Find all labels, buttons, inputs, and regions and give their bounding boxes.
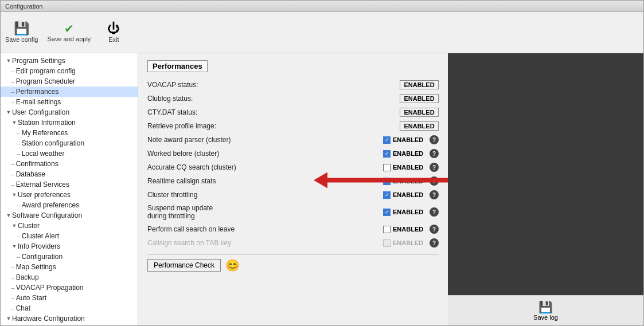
expander-icon: ▼ bbox=[5, 213, 12, 218]
label-cluster-throttling: Cluster throttling bbox=[147, 191, 383, 199]
cty-dat-status-button[interactable]: ENABLED bbox=[400, 108, 439, 117]
smiley-icon: 😊 bbox=[225, 258, 240, 272]
sidebar-item-local-weather[interactable]: -- Local weather bbox=[1, 148, 138, 159]
sidebar-item-database[interactable]: -- Database bbox=[1, 169, 138, 179]
save-log-area[interactable]: 💾 Save log bbox=[448, 295, 643, 325]
help-button-suspend-map[interactable]: ? bbox=[430, 207, 439, 217]
expander-icon: ▼ bbox=[11, 223, 18, 229]
sidebar-item-voacap-propagation[interactable]: -- VOACAP Propagation bbox=[1, 282, 138, 293]
enabled-text-callsign-search-tab: ENABLED bbox=[393, 239, 425, 246]
sidebar-item-station-information[interactable]: ▼ Station Information bbox=[1, 117, 138, 128]
save-apply-button[interactable]: ✔ Save and apply bbox=[47, 23, 91, 42]
row-accurate-cq-search: Accurate CQ search (cluster) ENABLED ? bbox=[147, 163, 439, 172]
save-apply-label: Save and apply bbox=[47, 36, 91, 42]
voacap-status-button[interactable]: ENABLED bbox=[400, 80, 439, 89]
checkbox-callsign-search-tab[interactable] bbox=[383, 239, 391, 247]
red-arrow-indicator bbox=[314, 172, 448, 190]
save-apply-icon: ✔ bbox=[64, 23, 74, 34]
clublog-status-button[interactable]: ENABLED bbox=[400, 94, 439, 103]
sidebar-item-hardware-configuration[interactable]: ▼ Hardware Configuration bbox=[1, 313, 138, 324]
exit-label: Exit bbox=[108, 36, 119, 43]
exit-button[interactable]: ⏻ Exit bbox=[100, 22, 127, 43]
sidebar-item-email-settings[interactable]: -- E-mail settings bbox=[1, 97, 138, 107]
help-button-note-award[interactable]: ? bbox=[430, 135, 439, 144]
bottom-bar: Performance Check 😊 bbox=[147, 254, 439, 276]
retrieve-profile-button[interactable]: ENABLED bbox=[400, 121, 439, 131]
expander-icon: ▼ bbox=[11, 192, 18, 198]
help-button-cluster-throttling[interactable]: ? bbox=[430, 190, 439, 199]
sidebar-item-my-references[interactable]: -- My References bbox=[1, 128, 138, 138]
sidebar-item-external-services[interactable]: -- External Services bbox=[1, 179, 138, 190]
checkbox-enabled-suspend-map: ENABLED ? bbox=[383, 207, 439, 217]
sidebar-item-program-settings[interactable]: ▼ Program Settings bbox=[1, 56, 138, 66]
sidebar-item-configuration[interactable]: -- Configuration bbox=[1, 252, 138, 262]
save-config-icon: 💾 bbox=[14, 22, 29, 35]
label-cty-dat-status: CTY.DAT status: bbox=[147, 108, 400, 116]
main-window: Configuration 💾 Save config ✔ Save and a… bbox=[0, 0, 644, 326]
sidebar-item-cluster[interactable]: ▼ Cluster bbox=[1, 221, 138, 231]
label-clublog-status: Clublog status: bbox=[147, 95, 400, 103]
help-button-perform-call-search[interactable]: ? bbox=[430, 225, 439, 234]
checkbox-suspend-map[interactable] bbox=[383, 209, 391, 216]
label-suspend-map-update: Suspend map updateduring throttling bbox=[147, 204, 383, 220]
checkbox-accurate-cq[interactable] bbox=[383, 164, 391, 171]
sidebar-item-confirmations[interactable]: -- Confirmations bbox=[1, 159, 138, 169]
sidebar-item-edit-program-config[interactable]: -- Edit program config bbox=[1, 66, 138, 76]
checkbox-perform-call-search[interactable] bbox=[383, 226, 391, 233]
checkbox-enabled-perform-call-search: ENABLED ? bbox=[383, 225, 439, 234]
help-button-worked-before[interactable]: ? bbox=[430, 149, 439, 158]
row-note-award-parser: Note award parser (cluster) ENABLED ? bbox=[147, 135, 439, 144]
label-perform-call-search: Perform call search on leave bbox=[147, 225, 383, 233]
checkbox-note-award[interactable] bbox=[383, 136, 391, 144]
sidebar-item-chat[interactable]: -- Chat bbox=[1, 303, 138, 313]
config-panel: Performances VOACAP status: ENABLED Club… bbox=[138, 53, 448, 325]
main-area: ▼ Program Settings -- Edit program confi… bbox=[1, 53, 643, 325]
preview-panel: 💾 Save log bbox=[448, 53, 643, 325]
sidebar-item-software-configuration[interactable]: ▼ Software Configuration bbox=[1, 210, 138, 221]
exit-icon: ⏻ bbox=[107, 22, 120, 35]
label-voacap-status: VOACAP status: bbox=[147, 81, 400, 89]
sidebar-item-map-settings[interactable]: -- Map Settings bbox=[1, 262, 138, 272]
toolbar: 💾 Save config ✔ Save and apply ⏻ Exit bbox=[1, 12, 643, 53]
sidebar-item-info-providers[interactable]: ▼ Info Providers bbox=[1, 241, 138, 252]
performance-check-button[interactable]: Performance Check bbox=[147, 259, 221, 272]
expander-icon: ▼ bbox=[11, 120, 18, 125]
enabled-text-perform-call-search: ENABLED bbox=[393, 226, 425, 233]
enabled-text-suspend-map: ENABLED bbox=[393, 209, 425, 215]
row-cluster-throttling: Cluster throttling ENABLED ? bbox=[147, 190, 439, 199]
sidebar-item-backup[interactable]: -- Backup bbox=[1, 272, 138, 282]
sidebar-item-station-configuration[interactable]: -- Station configuration bbox=[1, 138, 138, 148]
expander-icon: ▼ bbox=[5, 58, 12, 64]
sidebar-item-program-scheduler[interactable]: -- Program Scheduler bbox=[1, 76, 138, 87]
enabled-text-accurate-cq: ENABLED bbox=[393, 164, 425, 171]
label-callsign-search-tab: Callsign search on TAB key bbox=[147, 239, 383, 247]
enabled-text-note-award: ENABLED bbox=[393, 136, 425, 143]
sidebar-item-user-preferences[interactable]: ▼ User preferences bbox=[1, 190, 138, 200]
label-accurate-cq-search: Accurate CQ search (cluster) bbox=[147, 163, 383, 171]
sidebar: ▼ Program Settings -- Edit program confi… bbox=[1, 53, 138, 325]
checkbox-enabled-callsign-search-tab: ENABLED ? bbox=[383, 238, 439, 248]
row-realtime-callsign-stats: Realtime callsign stats ENABLED ? bbox=[147, 176, 439, 186]
save-config-button[interactable]: 💾 Save config bbox=[5, 22, 38, 43]
help-button-callsign-search-tab[interactable]: ? bbox=[430, 238, 439, 248]
checkbox-cluster-throttling[interactable] bbox=[383, 191, 391, 199]
sidebar-item-award-preferences[interactable]: -- Award preferences bbox=[1, 200, 138, 210]
save-log-label: Save log bbox=[533, 314, 558, 321]
row-suspend-map-update: Suspend map updateduring throttling ENAB… bbox=[147, 204, 439, 220]
checkbox-worked-before[interactable] bbox=[383, 150, 391, 158]
save-log-icon: 💾 bbox=[538, 300, 553, 314]
sidebar-item-auto-start[interactable]: -- Auto Start bbox=[1, 293, 138, 303]
help-button-accurate-cq[interactable]: ? bbox=[430, 163, 439, 172]
expander-icon: ▼ bbox=[5, 316, 12, 321]
sidebar-item-user-configuration[interactable]: ▼ User Configuration bbox=[1, 107, 138, 117]
preview-content bbox=[448, 53, 643, 295]
row-worked-before: Worked before (cluster) ENABLED ? bbox=[147, 149, 439, 158]
label-note-award-parser: Note award parser (cluster) bbox=[147, 136, 383, 144]
expander-icon: ▼ bbox=[5, 109, 12, 115]
title-bar: Configuration bbox=[1, 1, 643, 12]
panel-title: Performances bbox=[147, 60, 208, 72]
sidebar-item-performances[interactable]: -- Performances bbox=[1, 87, 138, 97]
sidebar-item-cluster-alert[interactable]: -- Cluster Alert bbox=[1, 231, 138, 241]
checkbox-enabled-worked-before: ENABLED ? bbox=[383, 149, 439, 158]
sidebar-item-audio-devices[interactable]: -- Audio devices and voice keyer bbox=[1, 324, 138, 325]
